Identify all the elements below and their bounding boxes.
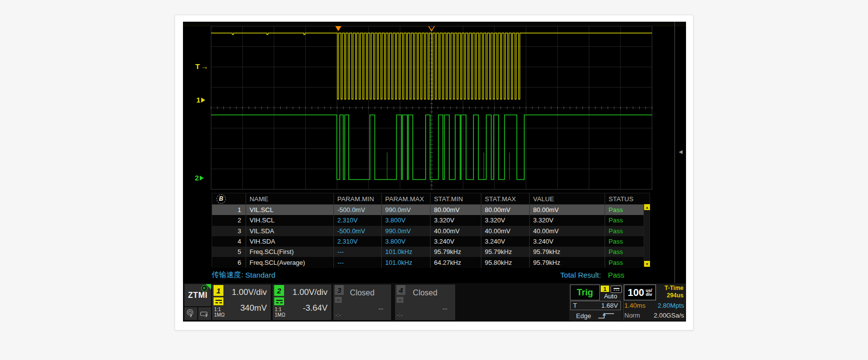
trigger-source-badge[interactable]: 1 (601, 286, 609, 292)
rising-edge-icon (598, 312, 615, 319)
ch1-ground-marker[interactable]: 1 (196, 96, 205, 104)
channel2-block[interactable]: 2 1:11MΩ 1.00V/div -3.64V (273, 285, 331, 320)
channel1-badge: 1 (214, 285, 223, 296)
table-row[interactable]: 5Freq.SCL(First)---101.0kHz95.79kHz95.79… (212, 247, 650, 257)
table-header-row: B NAMEPARAM.MINPARAM.MAXSTAT.MINSTAT.MAX… (212, 193, 650, 205)
cell-value: 80.00mV (529, 205, 605, 215)
channel2-scale: 1.00V/div (292, 288, 327, 297)
timebase-box[interactable]: 100 us/div (624, 285, 656, 300)
top-menu-strip (183, 22, 686, 26)
cell-param_max: 3.800V (381, 236, 430, 247)
channel2-impedance: 1MΩ (275, 312, 285, 318)
summary-bar: 传输速度: Standard Total Result: Pass (212, 268, 644, 281)
sweep-mode: Norm (624, 312, 640, 319)
table-header-cell: NAME (246, 193, 333, 204)
trigger-level-marker[interactable]: T→ (195, 62, 208, 71)
table-row[interactable]: 3VIL.SDA-500.0mV990.0mV40.00mV40.00mV40.… (212, 226, 650, 236)
table-header-cell: STATUS (605, 193, 644, 204)
table-row[interactable]: 2VIH.SCL2.310V3.800V3.320V3.320V3.320VPa… (212, 215, 650, 225)
total-result-value: Pass (608, 271, 624, 279)
cell-status: Pass (605, 257, 644, 267)
timebase-panel: 100 us/div T-Time 294us 1.40ms 2.80Mpts … (623, 284, 686, 321)
cell-stat_min: 95.79kHz (430, 247, 481, 257)
channel4-probe: -:- (397, 312, 403, 318)
channel1-offset: 340mV (240, 303, 267, 313)
channel3-state: Closed (333, 288, 391, 297)
waveform-svg (183, 22, 686, 193)
cell-stat_min: 3.240V (430, 236, 481, 247)
registered-icon: R (201, 285, 208, 291)
cell-param_max: 990.0mV (381, 205, 430, 215)
cell-value: 3.320V (529, 215, 605, 225)
channel3-coupling-icon: – (335, 297, 342, 303)
channel2-offset: -3.64V (303, 303, 327, 313)
cell-stat_max: 3.240V (481, 236, 529, 247)
channel3-block[interactable]: 3 – Closed -- -:- (333, 285, 391, 320)
cell-value: 3.240V (529, 236, 605, 247)
trigger-type-box[interactable]: Edge (570, 311, 621, 320)
total-result-label: Total Result: (560, 271, 601, 279)
trigger-coupling-icon[interactable] (611, 286, 622, 293)
cell-stat_max: 95.80kHz (481, 257, 529, 267)
cell-num: 4 (212, 236, 246, 247)
t-time-label: T-Time (665, 285, 684, 291)
table-header-cell: PARAM.MIN (333, 193, 381, 204)
cell-stat_max: 80.00mV (481, 205, 529, 215)
cell-status: Pass (605, 236, 644, 247)
right-panel-handle[interactable]: ◀ (677, 146, 685, 157)
trigger-status-box[interactable]: Trig (570, 285, 600, 300)
channel1-coupling-icon (214, 297, 223, 305)
record-length-points: 2.80Mpts (658, 302, 684, 309)
table-row[interactable]: 1VIL.SCL-500.0mV990.0mV80.00mV80.00mV80.… (212, 205, 650, 215)
table-row[interactable]: 4VIH.SDA2.310V3.800V3.240V3.240V3.240VPa… (212, 236, 650, 247)
ch2-marker-label: 2 (195, 174, 199, 182)
trigger-level-box[interactable]: T 1.68V (570, 301, 621, 310)
cell-status: Pass (605, 247, 644, 257)
cell-num: 2 (212, 215, 246, 225)
cell-name: Freq.SCL(Average) (246, 257, 333, 267)
cell-status: Pass (605, 205, 644, 215)
cell-value: 95.79kHz (529, 247, 605, 257)
cell-status: Pass (605, 215, 644, 225)
cell-param_min: 2.310V (333, 236, 381, 247)
cell-param_min: --- (333, 257, 381, 267)
cell-param_min: --- (333, 247, 381, 257)
sample-rate: 2.00GSa/s (654, 312, 684, 319)
t-time-display: T-Time 294us (657, 285, 684, 299)
scroll-up-button[interactable]: ▲ (644, 204, 650, 210)
status-bar: ZTMI R 1 1:11MΩ (183, 283, 686, 322)
touch-mode-button[interactable] (184, 307, 197, 320)
timebase-scale: 100 (628, 287, 644, 298)
channel4-block[interactable]: 4 – Closed -- -:- (395, 285, 455, 320)
channel2-coupling-icon (274, 297, 284, 305)
cell-name: VIH.SCL (246, 215, 333, 225)
ch2-ground-marker[interactable]: 2 (195, 174, 204, 182)
channel1-block[interactable]: 1 1:11MΩ 1.00V/div 340mV (212, 285, 271, 320)
ch2-marker-arrow-icon (200, 176, 204, 180)
t-time-value: 294us (667, 292, 684, 299)
bus-b-icon[interactable]: B (217, 194, 226, 204)
cell-stat_min: 80.00mV (430, 205, 481, 215)
channel3-probe: -:- (335, 312, 341, 318)
trigger-level-label: T (195, 62, 200, 71)
touch-icon (186, 309, 196, 319)
table-scrollbar[interactable]: ▲ ▼ (644, 204, 650, 267)
scroll-down-button[interactable]: ▼ (644, 261, 650, 267)
channel4-state: Closed (395, 288, 455, 297)
cell-name: VIL.SDA (246, 226, 333, 236)
brand-logo: ZTMI R (184, 284, 211, 306)
cell-param_max: 990.0mV (381, 226, 430, 236)
cell-stat_max: 95.79kHz (481, 247, 529, 257)
cell-value: 40.00mV (529, 226, 605, 236)
trigger-panel: Trig 1 Auto T 1.68V Edge (569, 284, 622, 321)
channel1-scale: 1.00V/div (232, 288, 267, 297)
trigger-type-label: Edge (576, 312, 591, 320)
table-header-cell: VALUE (529, 193, 605, 204)
channel4-coupling-icon: – (397, 297, 403, 303)
cell-num: 6 (212, 257, 246, 267)
trigger-level-box-label: T (573, 302, 577, 309)
table-row[interactable]: 6Freq.SCL(Average)---101.0kHz64.27kHz95.… (212, 257, 650, 267)
table-header-cell: STAT.MIN (430, 193, 481, 204)
gesture-mode-button[interactable] (198, 307, 211, 320)
trigger-mode[interactable]: Auto (600, 292, 621, 300)
